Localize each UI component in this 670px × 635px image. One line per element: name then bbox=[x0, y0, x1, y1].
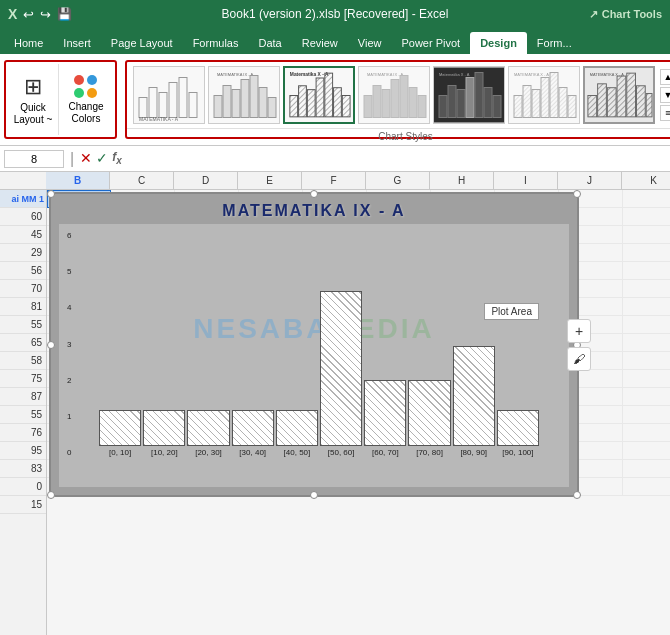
chart-style-1[interactable]: MATEMATIKA - A bbox=[133, 66, 205, 124]
handle-bottom-right[interactable] bbox=[573, 491, 581, 499]
row-header-15: 15 bbox=[0, 496, 46, 514]
row-header-75: 75 bbox=[0, 370, 46, 388]
row-header-83: 83 bbox=[0, 460, 46, 478]
chart-style-7[interactable]: MATEMATIKA X - A bbox=[583, 66, 655, 124]
bar-label-40-50: [40, 50] bbox=[284, 448, 311, 457]
save-icon[interactable]: 💾 bbox=[57, 7, 72, 21]
col-header-f[interactable]: F bbox=[302, 172, 366, 189]
col-header-b[interactable]: B bbox=[46, 172, 110, 189]
col-header-i[interactable]: I bbox=[494, 172, 558, 189]
col-header-g[interactable]: G bbox=[366, 172, 430, 189]
handle-bottom[interactable] bbox=[310, 491, 318, 499]
handle-top-right[interactable] bbox=[573, 190, 581, 198]
change-colors-button[interactable]: Change Colors bbox=[58, 64, 113, 135]
chart-style-6[interactable]: MATEMATIKA X - A bbox=[508, 66, 580, 124]
add-chart-element-button[interactable]: + bbox=[567, 319, 591, 343]
formula-bar: | ✕ ✓ fx bbox=[0, 146, 670, 172]
bar-30-40 bbox=[232, 410, 274, 446]
tab-power-pivot[interactable]: Power Pivot bbox=[391, 32, 470, 54]
row-headers: ai MM 1 60 45 29 56 70 81 55 65 58 75 87… bbox=[0, 190, 47, 635]
col-header-e[interactable]: E bbox=[238, 172, 302, 189]
bar-label-50-60: [50, 60] bbox=[328, 448, 355, 457]
tab-design[interactable]: Design bbox=[470, 32, 527, 54]
scroll-down-arrow[interactable]: ▼ bbox=[660, 87, 670, 103]
tab-data[interactable]: Data bbox=[248, 32, 291, 54]
chart-style-4[interactable]: MATEMATIKA IX - A bbox=[358, 66, 430, 124]
svg-text:MATEMATIKA - A: MATEMATIKA - A bbox=[139, 116, 179, 122]
quick-layout-button[interactable]: ⊞ Quick Layout ~ bbox=[8, 64, 58, 135]
bar-label-80-90: [80, 90] bbox=[460, 448, 487, 457]
window-title: Book1 (version 2).xlsb [Recovered] - Exc… bbox=[222, 7, 449, 21]
svg-rect-38 bbox=[475, 73, 483, 118]
dot-green bbox=[74, 88, 84, 98]
chart-action-buttons: + 🖌 bbox=[567, 319, 591, 371]
svg-text:Matematika X - A: Matematika X - A bbox=[290, 72, 329, 77]
svg-rect-49 bbox=[568, 96, 576, 118]
y-tick-2: 2 bbox=[67, 377, 71, 385]
name-box[interactable] bbox=[4, 150, 64, 168]
tab-format[interactable]: Form... bbox=[527, 32, 582, 54]
row-header-label: ai MM 1 bbox=[0, 190, 46, 208]
tab-view[interactable]: View bbox=[348, 32, 392, 54]
row-header-70: 70 bbox=[0, 280, 46, 298]
bar-50-60 bbox=[320, 291, 362, 446]
function-icon[interactable]: fx bbox=[112, 150, 122, 166]
col-header-j[interactable]: J bbox=[558, 172, 622, 189]
dot-blue bbox=[87, 75, 97, 85]
svg-rect-26 bbox=[373, 86, 381, 118]
chart-style-2[interactable]: MATEMATIKA IX - A bbox=[208, 66, 280, 124]
col-header-k[interactable]: K bbox=[622, 172, 670, 189]
chart-bars: [0, 10] [10, 20] [20, 30] [30, 40] bbox=[99, 234, 539, 457]
svg-rect-1 bbox=[149, 88, 157, 118]
undo-icon[interactable]: ↩ bbox=[23, 7, 34, 22]
col-header-d[interactable]: D bbox=[174, 172, 238, 189]
tab-formulas[interactable]: Formulas bbox=[183, 32, 249, 54]
col-header-c[interactable]: C bbox=[110, 172, 174, 189]
formula-input[interactable] bbox=[126, 151, 666, 167]
chart-container[interactable]: MATEMATIKA IX - A NESABA MEDIA 0 1 2 3 bbox=[49, 192, 579, 497]
svg-rect-25 bbox=[364, 96, 372, 118]
confirm-formula-icon[interactable]: ✓ bbox=[96, 150, 108, 166]
handle-top[interactable] bbox=[310, 190, 318, 198]
chart-style-5[interactable]: Matematika X - A bbox=[433, 66, 505, 124]
svg-rect-8 bbox=[214, 96, 222, 118]
bar-label-20-30: [20, 30] bbox=[195, 448, 222, 457]
svg-rect-29 bbox=[400, 76, 408, 118]
tab-page-layout[interactable]: Page Layout bbox=[101, 32, 183, 54]
scroll-up-arrow[interactable]: ▲ bbox=[660, 69, 670, 85]
title-bar-left: X ↩ ↪ 💾 bbox=[8, 6, 72, 22]
tab-insert[interactable]: Insert bbox=[53, 32, 101, 54]
handle-left[interactable] bbox=[47, 341, 55, 349]
cells-area: MATEMATIKA IX - A NESABA MEDIA 0 1 2 3 bbox=[47, 190, 670, 635]
cancel-formula-icon[interactable]: ✕ bbox=[80, 150, 92, 166]
handle-bottom-left[interactable] bbox=[47, 491, 55, 499]
dot-red bbox=[74, 75, 84, 85]
tab-home[interactable]: Home bbox=[4, 32, 53, 54]
chart-tools-label: ↗ Chart Tools bbox=[589, 8, 662, 21]
row-header-55b: 55 bbox=[0, 406, 46, 424]
bar-group-90-100: [90, 100] bbox=[497, 410, 539, 457]
svg-rect-18 bbox=[299, 86, 307, 117]
change-colors-label: Change Colors bbox=[65, 101, 107, 125]
chart-style-3[interactable]: Matematika X - A bbox=[283, 66, 355, 124]
chart-styles-label: Chart Styles bbox=[127, 128, 670, 144]
svg-rect-40 bbox=[493, 96, 501, 118]
excel-logo-icon: X bbox=[8, 6, 17, 22]
bar-label-90-100: [90, 100] bbox=[502, 448, 533, 457]
chart-brush-button[interactable]: 🖌 bbox=[567, 347, 591, 371]
row-header-95: 95 bbox=[0, 442, 46, 460]
svg-rect-11 bbox=[241, 80, 249, 118]
row-header-65: 65 bbox=[0, 334, 46, 352]
svg-rect-14 bbox=[268, 98, 276, 118]
row-header-81: 81 bbox=[0, 298, 46, 316]
bar-70-80 bbox=[408, 380, 450, 446]
col-header-h[interactable]: H bbox=[430, 172, 494, 189]
redo-icon[interactable]: ↪ bbox=[40, 7, 51, 22]
tab-review[interactable]: Review bbox=[292, 32, 348, 54]
svg-rect-58 bbox=[646, 94, 652, 117]
chart-styles-group: MATEMATIKA - A MATEMATIKA IX - A bbox=[125, 60, 670, 139]
handle-top-left[interactable] bbox=[47, 190, 55, 198]
formula-divider: | bbox=[70, 150, 74, 168]
svg-rect-5 bbox=[189, 93, 197, 118]
scroll-more-arrow[interactable]: ≡ bbox=[660, 105, 670, 121]
